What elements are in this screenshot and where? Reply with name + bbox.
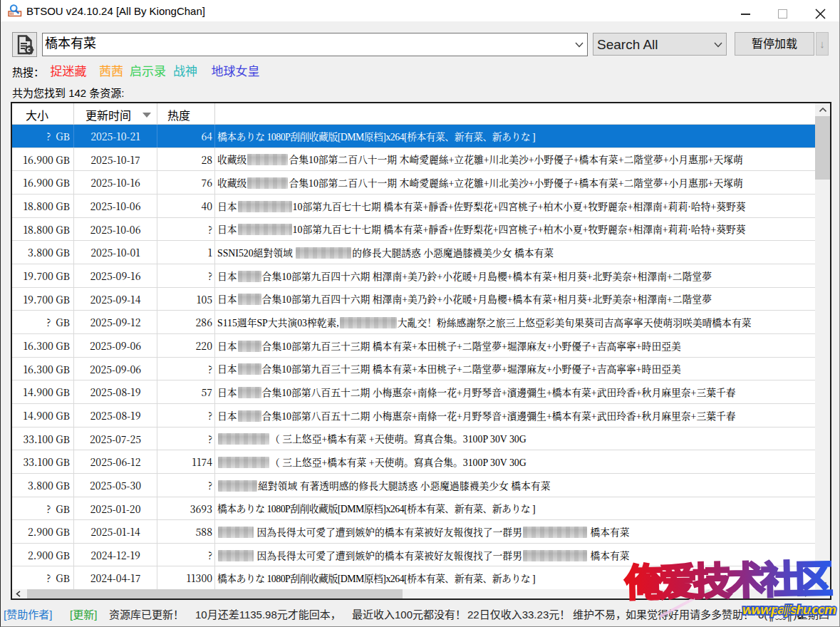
svg-text:www.paijishu.com: www.paijishu.com (742, 602, 836, 617)
svg-text:俺爱技术社区: 俺爱技术社区 (623, 558, 833, 604)
